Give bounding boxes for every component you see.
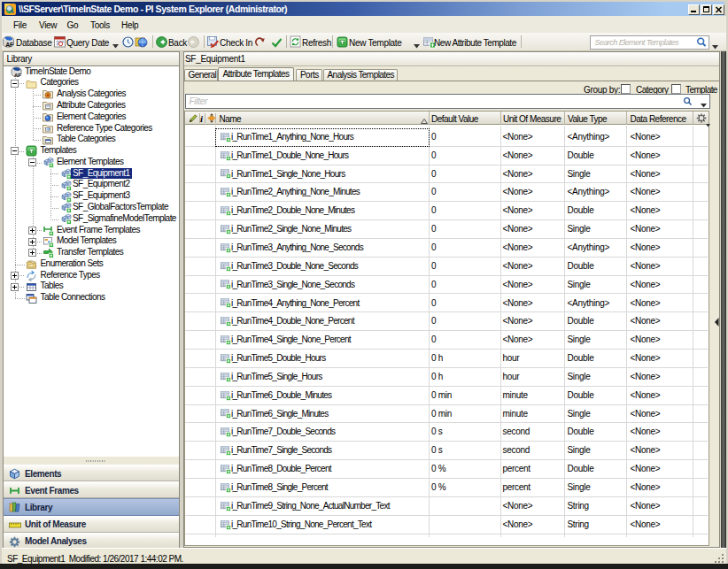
svg-text:AF: AF — [14, 72, 21, 77]
svg-text:AF: AF — [5, 42, 14, 48]
